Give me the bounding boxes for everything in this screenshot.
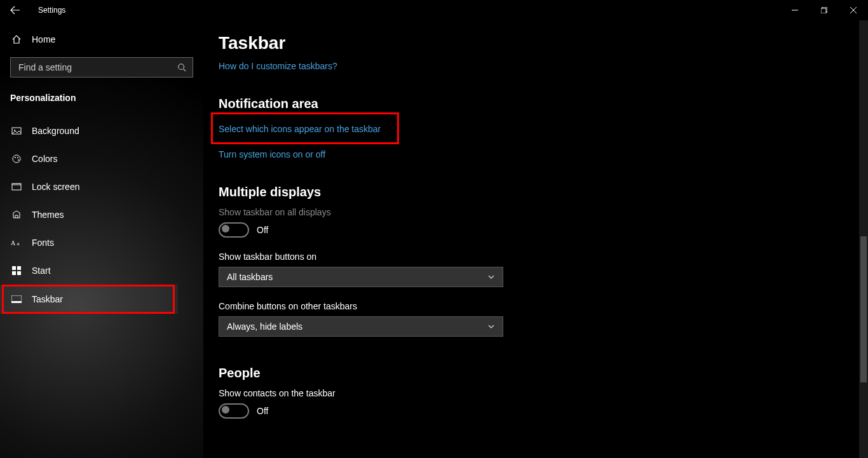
scrollbar[interactable] — [859, 20, 868, 458]
sidebar-item-taskbar[interactable]: Taskbar — [0, 285, 178, 314]
maximize-icon — [821, 7, 827, 13]
close-button[interactable] — [839, 0, 868, 20]
sidebar-item-label: Background — [32, 126, 79, 136]
page-title: Taskbar — [219, 33, 868, 53]
label-show-contacts: Show contacts on the taskbar — [219, 388, 868, 398]
svg-rect-14 — [12, 271, 16, 275]
toggle-show-all-displays[interactable] — [219, 222, 249, 238]
themes-icon — [10, 210, 23, 220]
start-icon — [10, 266, 23, 275]
svg-rect-12 — [12, 266, 16, 270]
toggle-show-contacts[interactable] — [219, 403, 249, 419]
fonts-icon: AA — [10, 238, 23, 247]
svg-text:A: A — [11, 239, 16, 246]
sidebar-item-label: Fonts — [32, 238, 54, 248]
category-heading: Personalization — [0, 84, 203, 112]
minimize-icon — [792, 7, 798, 13]
back-button[interactable] — [0, 0, 31, 20]
chevron-down-icon — [487, 323, 495, 330]
dropdown-value: All taskbars — [227, 272, 273, 282]
maximize-button[interactable] — [810, 0, 839, 20]
label-combine-buttons: Combine buttons on other taskbars — [219, 301, 868, 311]
svg-rect-9 — [12, 184, 21, 185]
sidebar-item-start[interactable]: Start — [0, 257, 203, 285]
search-box[interactable] — [10, 57, 193, 77]
titlebar: Settings — [0, 0, 868, 20]
sidebar-item-label: Taskbar — [32, 294, 63, 304]
dropdown-value: Always, hide labels — [227, 321, 302, 332]
search-icon — [177, 63, 186, 72]
sidebar-item-themes[interactable]: Themes — [0, 201, 203, 229]
sidebar-item-background[interactable]: Background — [0, 117, 203, 145]
home-button[interactable]: Home — [0, 25, 203, 53]
section-people: People — [219, 366, 868, 381]
svg-rect-17 — [11, 301, 22, 303]
svg-text:A: A — [17, 241, 20, 246]
toggle-state: Off — [257, 406, 268, 416]
scrollbar-thumb[interactable] — [860, 236, 867, 382]
home-label: Home — [32, 34, 55, 44]
svg-point-6 — [17, 157, 18, 158]
label-show-buttons-on: Show taskbar buttons on — [219, 252, 868, 262]
sidebar-item-lock-screen[interactable]: Lock screen — [0, 173, 203, 201]
palette-icon — [10, 154, 23, 164]
sidebar-item-label: Themes — [32, 210, 64, 220]
back-arrow-icon — [10, 5, 20, 15]
section-multiple-displays: Multiple displays — [219, 185, 868, 199]
svg-rect-15 — [17, 271, 21, 275]
home-icon — [10, 34, 23, 44]
content-area: Taskbar How do I customize taskbars? Not… — [203, 20, 868, 458]
close-icon — [850, 7, 857, 13]
sidebar-item-label: Lock screen — [32, 182, 79, 192]
svg-rect-0 — [821, 8, 826, 13]
sidebar-item-colors[interactable]: Colors — [0, 145, 203, 173]
minimize-button[interactable] — [780, 0, 810, 20]
sidebar-item-fonts[interactable]: AA Fonts — [0, 229, 203, 257]
help-link[interactable]: How do I customize taskbars? — [219, 61, 337, 71]
chevron-down-icon — [487, 273, 495, 281]
svg-point-7 — [18, 159, 19, 161]
picture-icon — [10, 126, 23, 136]
dropdown-show-buttons-on[interactable]: All taskbars — [219, 267, 503, 287]
label-show-all-displays: Show taskbar on all displays — [219, 207, 868, 217]
svg-point-1 — [179, 64, 184, 70]
window-title: Settings — [38, 6, 65, 15]
dropdown-combine-buttons[interactable]: Always, hide labels — [219, 316, 503, 337]
svg-point-5 — [15, 157, 16, 158]
search-input[interactable] — [17, 62, 177, 73]
link-select-icons[interactable]: Select which icons appear on the taskbar — [219, 124, 381, 134]
svg-point-4 — [13, 155, 20, 163]
sidebar: Home Personalization Background — [0, 20, 203, 458]
sidebar-item-label: Colors — [32, 154, 57, 164]
link-system-icons[interactable]: Turn system icons on or off — [219, 149, 325, 159]
svg-rect-13 — [17, 266, 21, 270]
section-notification-area: Notification area — [219, 97, 868, 111]
sidebar-item-label: Start — [32, 266, 51, 276]
window-controls — [780, 0, 868, 20]
toggle-state: Off — [257, 225, 268, 235]
taskbar-icon — [10, 295, 23, 303]
lock-screen-icon — [10, 182, 23, 192]
